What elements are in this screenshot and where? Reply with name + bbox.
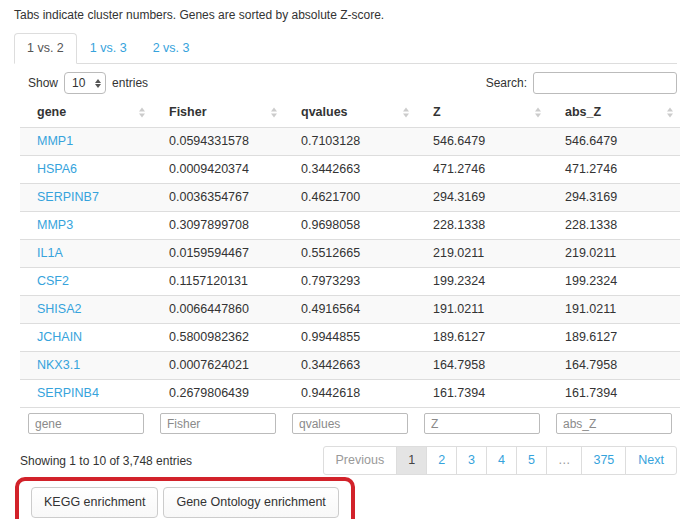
column-filter-input-abs_z[interactable] — [556, 413, 672, 434]
table-footer: Showing 1 to 10 of 3,748 entries Previou… — [20, 446, 677, 475]
gene-cell: NKX3.1 — [20, 352, 152, 380]
pagination-next[interactable]: Next — [625, 446, 677, 475]
sort-both-icon — [403, 107, 409, 117]
gene-link[interactable]: MMP1 — [37, 134, 73, 148]
column-header-gene[interactable]: gene — [20, 98, 152, 128]
value-cell: 294.3169 — [416, 184, 548, 212]
tab-1-vs-3[interactable]: 1 vs. 3 — [77, 33, 140, 64]
value-cell: 0.0594331578 — [152, 128, 284, 156]
gene-cell: SERPINB4 — [20, 380, 152, 408]
gene-cell: JCHAIN — [20, 324, 152, 352]
table-row: HSPA60.00094203740.3442663471.2746471.27… — [20, 156, 680, 184]
gene-link[interactable]: JCHAIN — [37, 330, 82, 344]
value-cell: 0.3442663 — [284, 156, 416, 184]
gene-link[interactable]: SHISA2 — [37, 302, 81, 316]
gene-link[interactable]: NKX3.1 — [37, 358, 80, 372]
value-cell: 199.2324 — [548, 268, 680, 296]
gene-link[interactable]: HSPA6 — [37, 162, 77, 176]
value-cell: 161.7394 — [416, 380, 548, 408]
filter-cell — [152, 408, 284, 444]
pagination-previous[interactable]: Previous — [323, 446, 398, 475]
cluster-tabs: 1 vs. 21 vs. 32 vs. 3 — [14, 33, 677, 64]
column-filter-input-gene[interactable] — [28, 413, 144, 434]
entries-label: entries — [112, 76, 148, 90]
value-cell: 0.0159594467 — [152, 240, 284, 268]
pagination-page-375[interactable]: 375 — [581, 446, 626, 475]
search-input[interactable] — [533, 72, 677, 94]
value-cell: 0.4621700 — [284, 184, 416, 212]
entries-info: Showing 1 to 10 of 3,748 entries — [20, 454, 192, 468]
entries-select[interactable]: 10 — [64, 72, 106, 94]
gene-link[interactable]: IL1A — [37, 246, 63, 260]
value-cell: 189.6127 — [548, 324, 680, 352]
column-filter-input-qvalues[interactable] — [292, 413, 408, 434]
value-cell: 0.9698058 — [284, 212, 416, 240]
table-row: IL1A0.01595944670.5512665219.0211219.021… — [20, 240, 680, 268]
column-filter-input-z[interactable] — [424, 413, 540, 434]
sort-both-icon — [139, 107, 145, 117]
pagination-ellipsis[interactable]: … — [546, 446, 583, 475]
value-cell: 294.3169 — [548, 184, 680, 212]
gene-cell: MMP3 — [20, 212, 152, 240]
pagination-page-1[interactable]: 1 — [396, 446, 427, 475]
table-row: MMP30.30978997080.9698058228.1338228.133… — [20, 212, 680, 240]
filter-cell — [548, 408, 680, 444]
entries-select-value: 10 — [72, 76, 85, 90]
column-filter-input-fisher[interactable] — [160, 413, 276, 434]
filter-cell — [416, 408, 548, 444]
gene-cell: CSF2 — [20, 268, 152, 296]
gene-cell: MMP1 — [20, 128, 152, 156]
pagination-page-2[interactable]: 2 — [426, 446, 457, 475]
value-cell: 191.0211 — [416, 296, 548, 324]
gene-cell: HSPA6 — [20, 156, 152, 184]
filter-cell — [284, 408, 416, 444]
value-cell: 0.0007624021 — [152, 352, 284, 380]
value-cell: 0.1157120131 — [152, 268, 284, 296]
table-row: MMP10.05943315780.7103128546.6479546.647… — [20, 128, 680, 156]
table-header-row: geneFisherqvaluesZabs_Z — [20, 98, 680, 128]
kegg-enrichment-button[interactable]: KEGG enrichment — [31, 487, 158, 518]
tab-2-vs-3[interactable]: 2 vs. 3 — [140, 33, 203, 64]
value-cell: 228.1338 — [548, 212, 680, 240]
value-cell: 219.0211 — [416, 240, 548, 268]
cluster-genes-panel: Tabs indicate cluster numbers. Genes are… — [0, 8, 688, 519]
gene-link[interactable]: SERPINB4 — [37, 386, 99, 400]
table-row: CSF20.11571201310.7973293199.2324199.232… — [20, 268, 680, 296]
value-cell: 0.2679806439 — [152, 380, 284, 408]
value-cell: 228.1338 — [416, 212, 548, 240]
value-cell: 471.2746 — [416, 156, 548, 184]
page-description: Tabs indicate cluster numbers. Genes are… — [14, 8, 674, 23]
value-cell: 0.5512665 — [284, 240, 416, 268]
gene-link[interactable]: CSF2 — [37, 274, 69, 288]
column-header-abs_z[interactable]: abs_Z — [548, 98, 680, 128]
value-cell: 546.6479 — [416, 128, 548, 156]
column-header-z[interactable]: Z — [416, 98, 548, 128]
value-cell: 0.5800982362 — [152, 324, 284, 352]
tab-1-vs-2[interactable]: 1 vs. 2 — [14, 33, 77, 64]
column-header-fisher[interactable]: Fisher — [152, 98, 284, 128]
value-cell: 161.7394 — [548, 380, 680, 408]
genes-table: geneFisherqvaluesZabs_Z MMP10.0594331578… — [20, 98, 680, 443]
pagination: Previous12345…375Next — [324, 446, 677, 475]
pagination-page-5[interactable]: 5 — [516, 446, 547, 475]
search-label: Search: — [486, 76, 527, 90]
gene-link[interactable]: MMP3 — [37, 218, 73, 232]
value-cell: 0.3442663 — [284, 352, 416, 380]
value-cell: 191.0211 — [548, 296, 680, 324]
value-cell: 471.2746 — [548, 156, 680, 184]
gene-cell: SHISA2 — [20, 296, 152, 324]
gene-cell: SERPINB7 — [20, 184, 152, 212]
table-row: SERPINB40.26798064390.9442618161.7394161… — [20, 380, 680, 408]
value-cell: 0.9944855 — [284, 324, 416, 352]
gene-ontology-enrichment-button[interactable]: Gene Ontology enrichment — [163, 487, 338, 518]
pagination-page-3[interactable]: 3 — [456, 446, 487, 475]
value-cell: 0.7103128 — [284, 128, 416, 156]
column-header-qvalues[interactable]: qvalues — [284, 98, 416, 128]
gene-link[interactable]: SERPINB7 — [37, 190, 99, 204]
pagination-page-4[interactable]: 4 — [486, 446, 517, 475]
table-row: NKX3.10.00076240210.3442663164.7958164.7… — [20, 352, 680, 380]
column-filter-row — [20, 408, 680, 444]
value-cell: 0.7973293 — [284, 268, 416, 296]
value-cell: 164.7958 — [548, 352, 680, 380]
search-control: Search: — [486, 72, 677, 94]
